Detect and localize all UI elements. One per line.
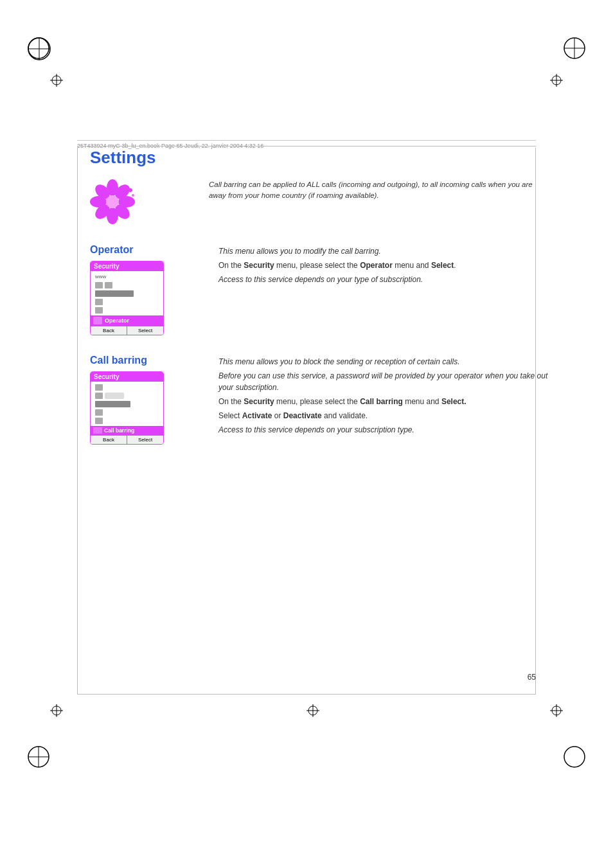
operator-right: This menu allows you to modify the call … <box>218 244 549 335</box>
corner-tl-big <box>26 35 53 64</box>
operator-left: Operator Security www <box>90 244 218 335</box>
page-title: Settings <box>90 148 549 168</box>
operator-phone-body: www <box>91 271 163 315</box>
top-right-cross <box>550 74 563 89</box>
main-content: Settings <box>90 148 549 464</box>
phone-row-3 <box>93 297 161 306</box>
cb-desc-italic2: Before you can use this service, a passw… <box>218 370 549 393</box>
operator-highlighted-row: Operator <box>91 315 163 326</box>
cb-desc-normal2: Select Activate or Deactivate and valida… <box>218 410 549 421</box>
operator-back-btn[interactable]: Back <box>91 326 127 335</box>
svg-point-33 <box>564 747 585 767</box>
callbarring-right: This menu allows you to block the sendin… <box>218 355 549 445</box>
left-rule-line <box>77 148 78 695</box>
cb-phone-row-1 <box>93 383 161 391</box>
bottom-left-cross <box>50 704 63 719</box>
operator-phone-title: Security <box>91 261 163 271</box>
callbarring-heading: Call barring <box>90 355 218 366</box>
callbarring-phone-title: Security <box>91 372 163 382</box>
svg-point-18 <box>106 195 119 208</box>
intro-section: Call barring can be applied to ALL calls… <box>90 179 549 226</box>
svg-point-20 <box>132 194 134 197</box>
operator-phone-mockup: Security www <box>90 261 164 335</box>
top-left-cross <box>50 74 63 89</box>
bottom-center-cross <box>306 704 319 719</box>
phone-row-4 <box>93 306 161 314</box>
bottom-rule-line <box>77 694 536 695</box>
operator-section: Operator Security www <box>90 244 549 335</box>
callbarring-highlighted-row: Call barring <box>91 426 163 435</box>
cb-phone-row-3 <box>93 400 161 408</box>
top-rule-line <box>77 146 536 146</box>
operator-select-btn[interactable]: Select <box>127 326 163 335</box>
operator-heading: Operator <box>90 244 218 256</box>
phone-row-1 <box>93 281 161 289</box>
phone-row-www: www <box>93 272 161 281</box>
operator-highlighted-icon <box>93 317 102 324</box>
callbarring-highlighted-icon <box>93 427 102 434</box>
cb-phone-row-2 <box>93 391 161 400</box>
cb-desc-normal1: On the Security menu, please select the … <box>218 396 549 407</box>
callbarring-phone-footer: Back Select <box>91 435 163 444</box>
corner-circle-tr <box>562 35 587 63</box>
svg-point-19 <box>129 188 132 192</box>
corner-circle-br <box>562 744 587 772</box>
page-container: 25T433924 myC-3b_lu_en.book Page 65 Jeud… <box>0 0 613 868</box>
callbarring-section: Call barring Security <box>90 355 549 445</box>
callbarring-back-btn[interactable]: Back <box>91 436 127 444</box>
operator-desc-normal: On the Security menu, please select the … <box>218 260 549 271</box>
flower-decoration <box>90 179 209 226</box>
operator-desc-italic: This menu allows you to modify the call … <box>218 245 549 257</box>
callbarring-phone-body <box>91 382 163 426</box>
callbarring-select-btn[interactable]: Select <box>127 436 163 444</box>
phone-row-2 <box>93 289 161 297</box>
cb-desc-italic3: Access to this service depends on your s… <box>218 424 549 436</box>
intro-text: Call barring can be applied to ALL calls… <box>209 179 549 202</box>
cb-desc-italic1: This menu allows you to block the sendin… <box>218 356 549 368</box>
bottom-right-cross <box>550 704 563 719</box>
cb-phone-row-4 <box>93 408 161 416</box>
operator-desc-italic2: Access to this service depends on your t… <box>218 274 549 285</box>
page-number: 65 <box>528 673 536 682</box>
cb-phone-row-5 <box>93 416 161 425</box>
callbarring-left: Call barring Security <box>90 355 218 445</box>
operator-phone-footer: Back Select <box>91 326 163 335</box>
callbarring-phone-mockup: Security <box>90 371 164 445</box>
corner-circle-bl <box>26 744 51 772</box>
